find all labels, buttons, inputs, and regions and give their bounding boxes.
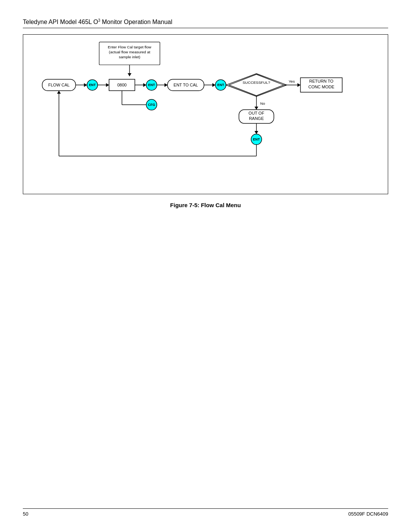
svg-marker-25 <box>212 83 215 87</box>
svg-text:No: No <box>260 101 265 105</box>
footer-doc-number: 05509F DCN6409 <box>348 511 388 517</box>
svg-text:Yes: Yes <box>288 79 295 83</box>
svg-marker-5 <box>127 73 131 76</box>
page-footer: 50 05509F DCN6409 <box>23 508 388 517</box>
svg-text:SUCCESSFUL?: SUCCESSFUL? <box>242 80 270 85</box>
svg-marker-9 <box>84 83 87 87</box>
svg-text:ENT TO CAL: ENT TO CAL <box>174 83 198 87</box>
footer-page-number: 50 <box>23 511 28 517</box>
svg-text:RETURN TO: RETURN TO <box>309 79 334 83</box>
svg-text:CFG: CFG <box>148 103 155 107</box>
diagram-container: Enter Flow Cal target flow (actual flow … <box>23 34 388 194</box>
svg-text:CONC MODE: CONC MODE <box>308 85 334 89</box>
svg-marker-40 <box>255 107 258 110</box>
svg-text:OUT OF: OUT OF <box>249 111 264 115</box>
svg-marker-34 <box>297 83 300 87</box>
svg-marker-13 <box>106 83 109 87</box>
svg-text:ENT: ENT <box>148 83 155 87</box>
svg-text:0800: 0800 <box>117 83 126 87</box>
svg-text:ENT: ENT <box>253 137 260 141</box>
page-header: Teledyne API Model 465L O3 Monitor Opera… <box>23 18 388 28</box>
header-title: Teledyne API Model 465L O3 Monitor Opera… <box>23 18 172 26</box>
svg-text:Enter Flow Cal target flow: Enter Flow Cal target flow <box>108 45 151 49</box>
svg-marker-21 <box>164 83 167 87</box>
svg-marker-46 <box>255 131 258 134</box>
svg-text:RANGE: RANGE <box>249 116 264 121</box>
svg-marker-17 <box>143 83 146 87</box>
caption-text: Figure 7-5: Flow Cal Menu <box>170 202 241 208</box>
svg-marker-52 <box>57 91 61 94</box>
svg-text:(actual flow measured at: (actual flow measured at <box>109 50 150 54</box>
svg-text:ENT: ENT <box>89 83 96 87</box>
svg-text:ENT: ENT <box>217 83 224 87</box>
svg-text:FLOW CAL: FLOW CAL <box>48 83 70 87</box>
svg-marker-31 <box>229 74 284 96</box>
svg-text:sample inlet): sample inlet) <box>119 55 140 59</box>
flowchart-svg: Enter Flow Cal target flow (actual flow … <box>23 35 388 194</box>
figure-caption: Figure 7-5: Flow Cal Menu <box>0 202 411 208</box>
